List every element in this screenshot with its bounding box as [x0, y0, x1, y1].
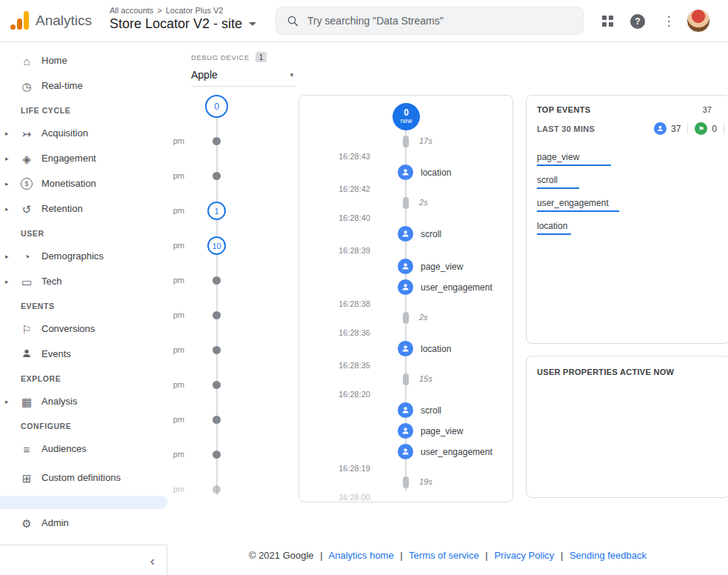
- conversions-counter-value: 0: [712, 124, 717, 134]
- events-counter-icon[interactable]: [654, 122, 667, 135]
- sidebar-section-user: USER: [21, 229, 167, 241]
- stream-gap: 17s: [299, 133, 512, 150]
- sidebar-item-analysis[interactable]: ▸ ▦ Analysis: [0, 389, 167, 414]
- sidebar-item-tech[interactable]: ▸ ▭ Tech: [0, 269, 167, 294]
- minute-dot[interactable]: [213, 311, 221, 319]
- expand-arrow-icon[interactable]: ▸: [5, 130, 9, 137]
- minute-bubble-current[interactable]: 0: [205, 95, 228, 118]
- top-event-name: scroll: [537, 175, 558, 185]
- stream-event[interactable]: location: [299, 339, 512, 359]
- footer-separator: |: [320, 550, 322, 561]
- expand-arrow-icon[interactable]: ▸: [5, 278, 9, 285]
- person-icon: [19, 348, 34, 361]
- breadcrumb: All accounts > Locator Plus V2: [110, 6, 256, 15]
- duration-label: 2s: [419, 313, 428, 322]
- collapse-sidebar-button[interactable]: ‹: [150, 554, 155, 568]
- event-name: page_view: [421, 426, 463, 436]
- footer-link-terms-of-service[interactable]: Terms of service: [409, 550, 479, 561]
- sidebar-item-engagement[interactable]: ▸ ◈ Engagement: [0, 146, 167, 171]
- minute-time-label: pm: [173, 380, 184, 389]
- debugview-content: DEBUG DEVICE 1 Apple ▼ 0 pm pm pm 1 pm 1…: [167, 42, 728, 575]
- kebab-menu-icon[interactable]: ⋮: [661, 13, 676, 29]
- sidebar-item-realtime[interactable]: ◷ Real-time: [0, 73, 167, 99]
- event-name: location: [421, 344, 451, 354]
- expand-arrow-icon[interactable]: ▸: [5, 155, 9, 162]
- stream-event[interactable]: page_view: [299, 421, 512, 442]
- minute-bubble[interactable]: 1: [207, 202, 226, 220]
- footer-link-analytics-home[interactable]: Analytics home: [329, 550, 394, 561]
- minute-dot[interactable]: [213, 451, 221, 459]
- debug-device-value: Apple: [191, 69, 218, 81]
- sidebar-item-home[interactable]: ⌂ Home: [0, 48, 167, 73]
- sidebar-section-configure: CONFIGURE: [21, 422, 167, 433]
- minute-dot[interactable]: [213, 137, 221, 145]
- help-icon[interactable]: ?: [630, 14, 645, 29]
- footer-link-privacy-policy[interactable]: Privacy Policy: [494, 550, 554, 561]
- debug-device-dropdown[interactable]: Apple ▼: [191, 69, 295, 87]
- top-event-name: page_view: [537, 152, 579, 162]
- timestamp-label: 16:28:35: [338, 361, 370, 370]
- sidebar-item-demographics[interactable]: ▸ ◔ Demographics: [0, 244, 167, 269]
- sidebar-item-conversions[interactable]: ⚐ Conversions: [0, 316, 167, 342]
- stream-event[interactable]: scroll: [299, 224, 512, 245]
- top-event-item[interactable]: scroll: [537, 170, 712, 193]
- minute-dot[interactable]: [213, 276, 221, 285]
- minute-time-label: pm: [173, 206, 184, 215]
- tag-icon: ◈: [19, 153, 34, 164]
- search-bar[interactable]: [275, 7, 584, 35]
- sidebar-item-selected-highlight[interactable]: [0, 496, 167, 509]
- sidebar-item-label: Monetisation: [41, 178, 96, 190]
- stream-event[interactable]: scroll: [299, 400, 512, 421]
- minute-time-label: pm: [173, 276, 184, 285]
- sidebar-item-acquisition[interactable]: ▸ ↣ Acquisition: [0, 121, 167, 146]
- debug-device-selector: DEBUG DEVICE 1 Apple ▼: [191, 52, 295, 87]
- minute-dot[interactable]: [213, 346, 221, 354]
- stream-event[interactable]: page_view: [299, 256, 512, 277]
- sidebar-item-admin[interactable]: ⚙ Admin: [0, 511, 167, 536]
- breadcrumb-property: Locator Plus V2: [166, 6, 224, 15]
- acquisition-icon: ↣: [19, 128, 34, 139]
- top-event-item[interactable]: page_view: [537, 147, 712, 170]
- sidebar-item-monetisation[interactable]: ▸ $ Monetisation: [0, 171, 167, 196]
- minute-time-label: pm: [173, 136, 184, 145]
- sidebar-item-events[interactable]: Events: [0, 342, 167, 367]
- search-input[interactable]: [307, 15, 572, 27]
- sidebar-item-label: Retention: [41, 203, 83, 215]
- sidebar-item-audiences[interactable]: ≡ Audiences: [0, 436, 167, 462]
- stream-start-bubble[interactable]: 0 new: [393, 103, 420, 130]
- event-counters: 37 ⚑ 0: [654, 122, 728, 135]
- expand-arrow-icon[interactable]: ▸: [5, 180, 9, 187]
- sidebar-item-label: Engagement: [41, 153, 96, 164]
- duration-label: 15s: [419, 374, 433, 383]
- stream-gap: 19s: [299, 474, 512, 491]
- apps-grid-icon[interactable]: [602, 16, 613, 27]
- expand-arrow-icon[interactable]: ▸: [5, 205, 9, 213]
- breadcrumb-account: All accounts: [110, 6, 153, 15]
- minute-bubble[interactable]: 10: [207, 236, 226, 255]
- sidebar-item-custom-definitions[interactable]: ⊞ Custom definitions: [0, 462, 167, 494]
- stream-event[interactable]: user_engagement: [299, 442, 512, 462]
- stream-event[interactable]: user_engagement: [299, 277, 512, 298]
- property-switcher[interactable]: All accounts > Locator Plus V2 Store Loc…: [110, 6, 256, 32]
- expand-arrow-icon[interactable]: ▸: [5, 398, 9, 405]
- top-event-item[interactable]: user_engagement: [537, 193, 712, 216]
- debug-device-label: DEBUG DEVICE: [191, 53, 250, 62]
- top-event-item[interactable]: location: [537, 216, 712, 239]
- avatar[interactable]: [687, 9, 710, 33]
- flag-icon: ⚐: [19, 324, 34, 335]
- minute-dot[interactable]: [213, 172, 221, 180]
- caret-down-icon: ▼: [289, 72, 295, 79]
- minute-dot[interactable]: [213, 381, 221, 389]
- event-name: scroll: [421, 229, 441, 239]
- minute-dot[interactable]: [213, 485, 221, 493]
- footer-link-sending-feedback[interactable]: Sending feedback: [570, 550, 647, 561]
- event-person-icon: [398, 402, 413, 418]
- conversions-counter-icon[interactable]: ⚑: [695, 122, 707, 135]
- stream-event[interactable]: location: [299, 162, 512, 183]
- analytics-home-link[interactable]: Analytics: [10, 11, 92, 30]
- minute-dot[interactable]: [213, 416, 221, 424]
- expand-arrow-icon[interactable]: ▸: [5, 253, 9, 260]
- timestamp-label: 16:28:42: [338, 185, 370, 193]
- top-events-total: 37: [703, 105, 712, 114]
- sidebar-item-retention[interactable]: ▸ ↺ Retention: [0, 196, 167, 222]
